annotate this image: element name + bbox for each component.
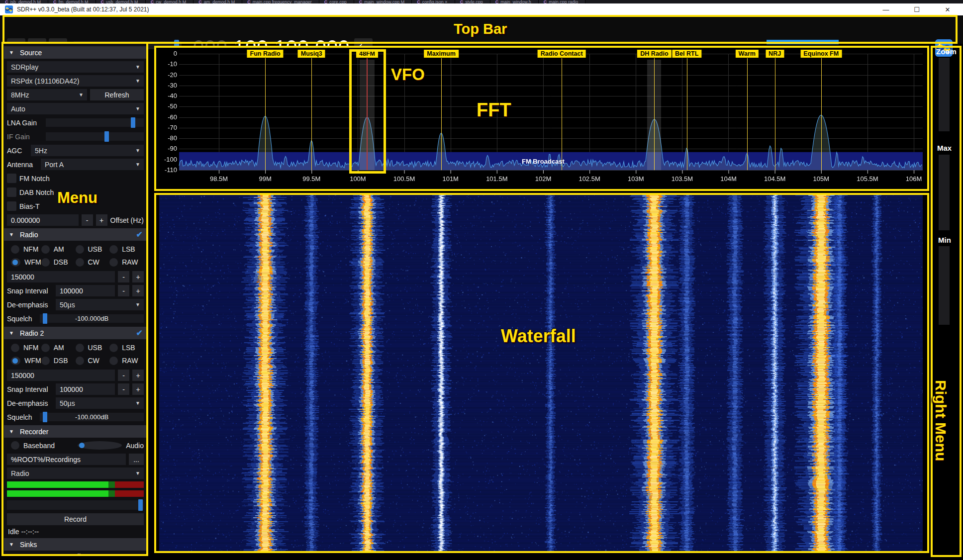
chevron-down-icon: ▼: [135, 148, 140, 153]
snap-minus-button[interactable]: -: [118, 285, 129, 296]
mode-cw[interactable]: CW: [76, 256, 110, 269]
squelch-slider[interactable]: -100.000dB: [40, 413, 144, 421]
station-label[interactable]: Fun Radio: [247, 50, 284, 58]
offset-plus-button[interactable]: +: [96, 214, 107, 226]
radio1-snap-input[interactable]: 100000: [56, 285, 115, 296]
radio-dot: [76, 344, 84, 352]
maximize-button[interactable]: ☐: [901, 3, 932, 15]
mode-raw[interactable]: RAW: [109, 354, 144, 367]
offset-minus-button[interactable]: -: [82, 214, 93, 226]
lna-gain-label: LNA Gain: [7, 119, 43, 127]
station-label[interactable]: Bel RTL: [672, 50, 701, 58]
agc-rate-select[interactable]: 5Hz▼: [31, 145, 144, 156]
mode-audio[interactable]: Audio: [78, 440, 144, 451]
mode-cw[interactable]: CW: [76, 354, 110, 367]
antenna-select[interactable]: Port A▼: [41, 159, 144, 170]
radio2-bandwidth-input[interactable]: 150000: [7, 370, 115, 381]
bias-t-checkbox[interactable]: [7, 201, 16, 211]
waterfall-canvas[interactable]: [155, 193, 928, 553]
min-slider[interactable]: [939, 246, 950, 325]
recording-path-input[interactable]: %ROOT%/Recordings: [7, 454, 126, 465]
section-sinks[interactable]: ▼Sinks: [4, 538, 147, 551]
mode-baseband[interactable]: Baseband: [7, 440, 78, 451]
station-label[interactable]: Maximum: [424, 50, 459, 58]
fft-canvas[interactable]: [155, 46, 928, 191]
recorder-volume-slider[interactable]: [7, 500, 144, 510]
deemphasis-label: De-emphasis: [7, 399, 53, 407]
enabled-check-icon[interactable]: ✔: [136, 230, 143, 239]
dab-notch-checkbox[interactable]: [7, 187, 16, 197]
radio-dot: [78, 441, 122, 450]
vu-meter-right: [7, 490, 144, 497]
slider-handle[interactable]: [104, 131, 109, 142]
mode-wfm[interactable]: WFM: [7, 256, 41, 269]
editor-tab: Cmain.cpp frequency_manager: [242, 0, 319, 3]
agc-mode-select[interactable]: Auto▼: [7, 103, 144, 114]
station-label[interactable]: Warm: [736, 50, 759, 58]
section-radio2[interactable]: ▼Radio 2✔: [4, 327, 147, 339]
enabled-check-icon[interactable]: ✔: [136, 328, 143, 338]
minimize-button[interactable]: —: [870, 3, 901, 15]
snap-interval-label: Snap Interval: [7, 385, 53, 393]
station-label[interactable]: Musiq3: [298, 50, 325, 58]
bandwidth-plus-button[interactable]: +: [132, 370, 144, 381]
source-device-select[interactable]: RSPdx (191106DA42)▼: [7, 75, 144, 87]
browse-button[interactable]: ...: [129, 454, 144, 465]
mode-dsb[interactable]: DSB: [41, 256, 76, 269]
max-slider[interactable]: [939, 155, 950, 230]
editor-tab: Cam_demod.h M: [193, 0, 242, 3]
deemphasis-select[interactable]: 50µs▼: [56, 397, 144, 409]
radio-dot: [109, 344, 118, 352]
record-button[interactable]: Record: [7, 513, 144, 525]
fm-notch-checkbox[interactable]: [7, 174, 16, 183]
station-label[interactable]: Radio Contact: [538, 50, 586, 58]
section-recorder[interactable]: ▼Recorder: [4, 425, 147, 438]
offset-input[interactable]: 0.000000: [7, 214, 79, 226]
mode-usb[interactable]: USB: [76, 341, 110, 354]
chevron-down-icon: ▼: [135, 470, 140, 476]
vfo-center-line[interactable]: [367, 58, 368, 170]
mode-nfm[interactable]: NFM: [7, 341, 41, 354]
fft-display[interactable]: Fun RadioMusiq348FMMaximumRadio ContactD…: [155, 46, 928, 191]
close-button[interactable]: ✕: [932, 3, 963, 15]
mode-dsb[interactable]: DSB: [41, 354, 76, 367]
deemphasis-select[interactable]: 50µs▼: [56, 299, 144, 310]
titlebar[interactable]: ++ SDR++ v0.3.0_beta (Built at 00:12:37,…: [0, 3, 963, 15]
station-label[interactable]: DH Radio: [637, 50, 671, 58]
section-source[interactable]: ▼Source: [4, 46, 147, 59]
squelch-slider[interactable]: -100.000dB: [40, 314, 144, 323]
mode-lsb[interactable]: LSB: [109, 341, 144, 354]
slider-handle[interactable]: [138, 499, 143, 511]
snap-plus-button[interactable]: +: [132, 383, 144, 395]
bandwidth-plus-button[interactable]: +: [132, 271, 144, 282]
radio1-bandwidth-input[interactable]: 150000: [7, 271, 115, 282]
lna-gain-slider[interactable]: [46, 118, 144, 127]
station-marker-line: [821, 58, 822, 170]
section-radio[interactable]: ▼Radio✔: [4, 228, 147, 241]
station-label[interactable]: 48FM: [356, 50, 378, 58]
mode-lsb[interactable]: LSB: [109, 243, 144, 256]
zoom-slider[interactable]: [939, 58, 950, 131]
mode-raw[interactable]: RAW: [109, 256, 144, 269]
slider-handle[interactable]: [131, 117, 135, 128]
source-driver-select[interactable]: SDRplay▼: [7, 61, 144, 73]
station-label[interactable]: Equinox FM: [800, 50, 842, 58]
bandwidth-select[interactable]: 8MHz▼: [7, 89, 87, 100]
recorder-stream-select[interactable]: Radio▼: [7, 467, 144, 479]
refresh-button[interactable]: Refresh: [90, 89, 144, 100]
mode-nfm[interactable]: NFM: [7, 243, 41, 256]
bandwidth-minus-button[interactable]: -: [118, 271, 129, 282]
radio2-snap-input[interactable]: 100000: [56, 383, 115, 395]
fft-range-bar[interactable]: [767, 40, 839, 44]
snap-minus-button[interactable]: -: [118, 383, 129, 395]
mode-usb[interactable]: USB: [76, 243, 110, 256]
bandwidth-minus-button[interactable]: -: [118, 370, 129, 381]
station-label[interactable]: NRJ: [766, 50, 784, 58]
snap-plus-button[interactable]: +: [132, 285, 144, 296]
if-gain-slider[interactable]: [46, 132, 144, 141]
mode-am[interactable]: AM: [41, 341, 76, 354]
waterfall-display[interactable]: [155, 193, 928, 553]
editor-tab: Cusb_demod.h M: [96, 0, 146, 3]
mode-wfm[interactable]: WFM: [7, 354, 41, 367]
mode-am[interactable]: AM: [41, 243, 76, 256]
